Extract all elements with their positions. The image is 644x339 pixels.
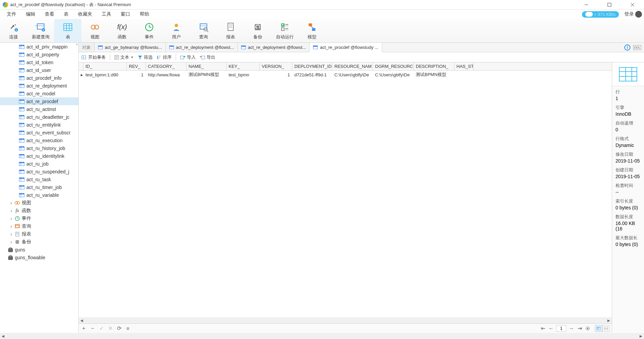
cancel-button[interactable]: ✕ [107, 325, 113, 332]
tab-item[interactable]: act_re_deployment @flowst... [166, 43, 238, 52]
toolbar-clock[interactable]: 事件 [136, 19, 163, 42]
toolbar-model[interactable]: 模型 [298, 19, 326, 42]
page-input[interactable] [556, 325, 566, 332]
table-cell[interactable]: 测试BPMN模型 [187, 71, 227, 79]
sidebar-category-fx[interactable]: ›fx函数 [0, 207, 78, 214]
sidebar-table-item[interactable]: act_id_user [0, 66, 78, 74]
sidebar-table-item[interactable]: act_ru_task [0, 175, 78, 183]
network-speed-pill[interactable]: ↑ 371 KB/s [582, 11, 619, 18]
add-row-button[interactable]: + [81, 325, 87, 332]
toolbar-user[interactable]: 用户 [163, 19, 190, 42]
sidebar-table-item[interactable]: act_ru_variable [0, 191, 78, 199]
table-cell[interactable] [454, 74, 473, 76]
menu-file[interactable]: 文件 [2, 10, 21, 19]
column-header[interactable]: DGRM_RESOURC [373, 62, 414, 70]
tab-item[interactable]: act_ge_bytearray @flowstu... [95, 43, 166, 52]
login-button[interactable]: 登录 [624, 11, 642, 18]
toolbar-table[interactable]: 表 [54, 19, 81, 42]
minimize-button[interactable] [579, 0, 594, 10]
text-button[interactable]: 文本 ▼ [114, 54, 134, 60]
sidebar-table-item[interactable]: act_ru_job [0, 160, 78, 168]
ddl-icon[interactable]: DDL [633, 45, 641, 50]
sidebar-table-item[interactable]: act_ru_identitylink [0, 152, 78, 160]
sidebar-table-item[interactable]: act_re_procdef [0, 97, 78, 105]
bottom-hscroll-right[interactable]: ► [638, 334, 644, 339]
table-cell[interactable]: 1 [127, 71, 146, 78]
sidebar-category-clock[interactable]: ›事件 [0, 214, 78, 222]
column-header[interactable]: RESOURCE_NAM [332, 62, 373, 70]
table-cell[interactable]: http://www.flowa [146, 71, 187, 78]
sidebar-table-item[interactable]: act_ru_timer_job [0, 183, 78, 191]
bottom-hscroll-left[interactable]: ◄ [0, 334, 6, 339]
sidebar-table-item[interactable]: act_ru_event_subscr [0, 129, 78, 136]
last-page-button[interactable]: ⇥ [577, 325, 583, 332]
next-page-button[interactable]: → [568, 325, 574, 332]
menu-tools[interactable]: 工具 [97, 10, 116, 19]
table-row[interactable]: ▸test_bpmn:1:d901http://www.flowa测试BPMN模… [79, 71, 612, 79]
column-header[interactable]: DESCRIPTION_ [414, 62, 454, 70]
column-header[interactable]: ID_ [83, 62, 127, 70]
begin-transaction-button[interactable]: 开始事务 [81, 54, 106, 60]
sidebar-table-item[interactable]: act_re_deployment [0, 82, 78, 90]
toolbar-fx[interactable]: f(x)函数 [109, 19, 136, 42]
sidebar-table-item[interactable]: act_id_token [0, 58, 78, 66]
delete-row-button[interactable]: − [90, 325, 96, 332]
column-header[interactable]: CATEGORY_ [146, 62, 187, 70]
sidebar-table-item[interactable]: act_ru_entitylink [0, 121, 78, 129]
sidebar-table-item[interactable]: act_id_property [0, 51, 78, 58]
sidebar-table-item[interactable]: act_id_priv_mappin [0, 43, 78, 51]
menu-fav[interactable]: 收藏夹 [73, 10, 97, 19]
sidebar-table-item[interactable]: act_ru_actinst [0, 105, 78, 113]
sidebar-category-query[interactable]: ›查询 [0, 222, 78, 230]
menu-edit[interactable]: 编辑 [21, 10, 40, 19]
refresh-button[interactable]: ⟳ [116, 325, 122, 332]
toolbar-query[interactable]: +新建查询 [27, 19, 54, 42]
sidebar-category-backup[interactable]: ›备份 [0, 238, 78, 246]
filter-button[interactable]: 筛选 [138, 54, 153, 60]
export-button[interactable]: 导出 [200, 54, 215, 60]
settings-button[interactable] [585, 325, 591, 332]
commit-button[interactable]: ✓ [98, 325, 104, 332]
tab-item[interactable]: act_re_deployment @flowst... [238, 43, 310, 52]
table-cell[interactable]: test_bpmn [227, 71, 260, 78]
grid-view-button[interactable] [595, 325, 602, 332]
column-header[interactable]: HAS_ST [454, 62, 473, 70]
column-header[interactable]: REV_ [127, 62, 146, 70]
toolbar-view[interactable]: 视图 [81, 19, 109, 42]
menu-view[interactable]: 查看 [40, 10, 59, 19]
toolbar-plug[interactable]: +连接 [0, 19, 27, 42]
tab-item[interactable]: act_re_procdef @flowstudy ... [310, 43, 382, 52]
menu-table[interactable]: 表 [59, 10, 73, 19]
column-header[interactable]: KEY_ [227, 62, 260, 70]
table-cell[interactable]: 1 [260, 71, 292, 78]
table-cell[interactable]: 测试BPMN模型 [414, 71, 454, 79]
table-cell[interactable]: test_bpmn:1:d90 [83, 71, 127, 78]
form-view-button[interactable] [602, 325, 610, 332]
hscroll-right[interactable]: ► [606, 318, 612, 323]
sidebar-table-item[interactable]: act_ru_history_job [0, 144, 78, 152]
toolbar-query2[interactable]: 查询 [190, 19, 217, 42]
menu-help[interactable]: 帮助 [135, 10, 154, 19]
hscroll-left[interactable]: ◄ [79, 318, 85, 323]
sidebar-table-item[interactable]: act_re_model [0, 90, 78, 97]
table-cell[interactable]: d721de51-ff9d-1 [292, 71, 332, 78]
sidebar-table-item[interactable]: act_procdef_info [0, 74, 78, 82]
sidebar-table-item[interactable]: act_ru_suspended_j [0, 168, 78, 175]
column-header[interactable]: VERSION_ [260, 62, 292, 70]
menu-window[interactable]: 窗口 [116, 10, 135, 19]
maximize-button[interactable] [602, 0, 617, 10]
import-button[interactable]: 导入 [180, 54, 196, 60]
toolbar-auto[interactable]: 自动运行 [271, 19, 298, 42]
first-page-button[interactable]: ⇤ [540, 325, 546, 332]
toolbar-backup[interactable]: 备份 [244, 19, 271, 42]
sidebar-database-item[interactable]: guns_flowable [0, 253, 78, 261]
info-icon[interactable]: i [624, 44, 630, 51]
table-cell[interactable]: C:\Users\gblfy\De [332, 71, 373, 78]
sidebar-category-view[interactable]: ›视图 [0, 199, 78, 207]
prev-page-button[interactable]: ← [548, 325, 554, 332]
toolbar-report[interactable]: 报表 [217, 19, 244, 42]
stop-button[interactable]: ■ [125, 325, 131, 332]
tab-objects[interactable]: 对象 [79, 43, 95, 52]
sidebar-table-item[interactable]: act_ru_deadletter_jc [0, 113, 78, 121]
sidebar-database-item[interactable]: guns [0, 246, 78, 253]
